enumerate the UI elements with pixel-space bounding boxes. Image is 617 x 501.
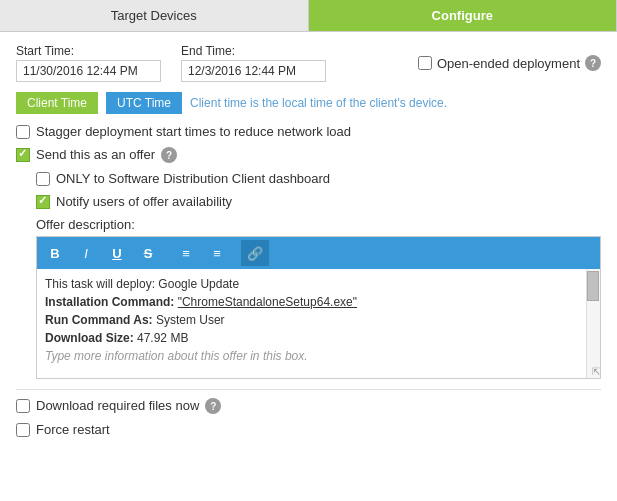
download-size-label: Download Size: xyxy=(45,331,134,345)
download-size-value: 47.92 MB xyxy=(137,331,188,345)
force-restart-checkbox[interactable] xyxy=(16,423,30,437)
content-line1: This task will deploy: Google Update xyxy=(45,275,580,293)
client-time-button[interactable]: Client Time xyxy=(16,92,98,114)
offer-desc-label: Offer description: xyxy=(36,217,601,232)
send-offer-label: Send this as an offer xyxy=(36,147,155,162)
open-ended-group: Open-ended deployment ? xyxy=(418,55,601,71)
notify-users-checkbox[interactable] xyxy=(36,195,50,209)
send-offer-checkbox[interactable] xyxy=(16,148,30,162)
list-unordered-button[interactable]: ≡ xyxy=(203,240,231,266)
list-ordered-button[interactable]: ≡ xyxy=(172,240,200,266)
install-cmd-value: "ChromeStandaloneSetup64.exe" xyxy=(178,295,357,309)
scrollbar-thumb[interactable] xyxy=(587,271,599,301)
tab-configure[interactable]: Configure xyxy=(309,0,618,31)
end-time-input[interactable] xyxy=(181,60,326,82)
time-note: Client time is the local time of the cli… xyxy=(190,96,447,110)
underline-button[interactable]: U xyxy=(103,240,131,266)
tab-target-devices[interactable]: Target Devices xyxy=(0,0,309,31)
open-ended-checkbox[interactable] xyxy=(418,56,432,70)
open-ended-label: Open-ended deployment xyxy=(437,56,580,71)
open-ended-help-icon[interactable]: ? xyxy=(585,55,601,71)
download-required-help-icon[interactable]: ? xyxy=(205,398,221,414)
only-client-label: ONLY to Software Distribution Client das… xyxy=(56,171,330,186)
date-row: Start Time: End Time: Open-ended deploym… xyxy=(16,44,601,82)
content-line2: Installation Command: "ChromeStandaloneS… xyxy=(45,293,580,311)
only-client-row: ONLY to Software Distribution Client das… xyxy=(36,171,601,186)
tab-bar: Target Devices Configure xyxy=(0,0,617,32)
editor-placeholder: Type more information about this offer i… xyxy=(45,347,580,365)
end-time-group: End Time: xyxy=(181,44,326,82)
start-time-group: Start Time: xyxy=(16,44,161,82)
download-required-row: Download required files now ? xyxy=(16,398,601,414)
italic-button[interactable]: I xyxy=(72,240,100,266)
main-content: Start Time: End Time: Open-ended deploym… xyxy=(0,32,617,457)
offer-options: ONLY to Software Distribution Client das… xyxy=(36,171,601,379)
send-offer-row: Send this as an offer ? xyxy=(16,147,601,163)
force-restart-label: Force restart xyxy=(36,422,110,437)
send-offer-help-icon[interactable]: ? xyxy=(161,147,177,163)
link-button[interactable]: 🔗 xyxy=(241,240,269,266)
stagger-row: Stagger deployment start times to reduce… xyxy=(16,124,601,139)
editor-toolbar: B I U S ≡ ≡ 🔗 xyxy=(36,236,601,269)
scrollbar-track[interactable] xyxy=(586,269,600,378)
download-required-checkbox[interactable] xyxy=(16,399,30,413)
content-line4: Download Size: 47.92 MB xyxy=(45,329,580,347)
bottom-section: Download required files now ? Force rest… xyxy=(16,389,601,437)
only-client-checkbox[interactable] xyxy=(36,172,50,186)
force-restart-row: Force restart xyxy=(16,422,601,437)
download-required-label: Download required files now xyxy=(36,398,199,413)
content-line3: Run Command As: System User xyxy=(45,311,580,329)
stagger-checkbox[interactable] xyxy=(16,125,30,139)
editor-area[interactable]: This task will deploy: Google Update Ins… xyxy=(36,269,601,379)
notify-users-row: Notify users of offer availability xyxy=(36,194,601,209)
end-time-label: End Time: xyxy=(181,44,326,58)
offer-description-section: Offer description: B I U S ≡ ≡ 🔗 This ta… xyxy=(36,217,601,379)
resize-handle[interactable]: ⇱ xyxy=(588,366,600,378)
bold-button[interactable]: B xyxy=(41,240,69,266)
install-cmd-label: Installation Command: xyxy=(45,295,174,309)
start-time-input[interactable] xyxy=(16,60,161,82)
run-as-value: System User xyxy=(156,313,225,327)
start-time-label: Start Time: xyxy=(16,44,161,58)
run-as-label: Run Command As: xyxy=(45,313,153,327)
utc-time-button[interactable]: UTC Time xyxy=(106,92,182,114)
time-toggle-row: Client Time UTC Time Client time is the … xyxy=(16,92,601,114)
strikethrough-button[interactable]: S xyxy=(134,240,162,266)
editor-content[interactable]: This task will deploy: Google Update Ins… xyxy=(37,269,600,378)
stagger-label: Stagger deployment start times to reduce… xyxy=(36,124,351,139)
notify-users-label: Notify users of offer availability xyxy=(56,194,232,209)
